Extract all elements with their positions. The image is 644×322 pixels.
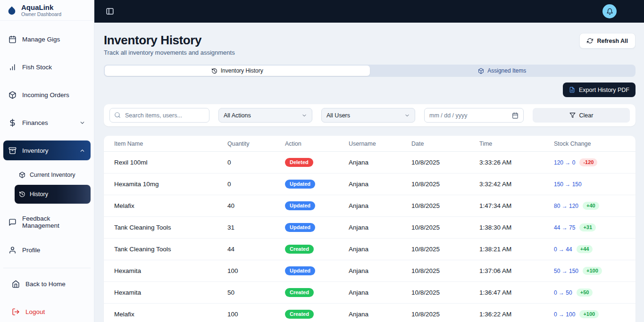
username-cell: Anjana — [349, 181, 411, 188]
column-header: Action — [285, 140, 349, 147]
column-header: Stock Change — [554, 140, 626, 147]
stock-change-cell: 0 → 100+100 — [554, 310, 626, 318]
sidebar-item-feedback-management[interactable]: Feedback Management — [3, 212, 91, 232]
username-cell: Anjana — [349, 246, 411, 253]
table-row: Tank Cleaning Tools 31 Updated Anjana 10… — [104, 217, 636, 239]
notifications-button[interactable] — [602, 4, 617, 18]
date-cell: 10/8/2025 — [411, 224, 479, 231]
box-icon — [19, 172, 25, 178]
sidebar-item-label: Inventory — [22, 147, 74, 154]
user-filter-select[interactable]: All Users — [321, 108, 415, 123]
search-box — [109, 108, 209, 123]
stock-change-cell: 44 → 75+31 — [554, 223, 626, 231]
chat-icon — [8, 218, 17, 226]
time-cell: 1:36:22 AM — [479, 311, 554, 318]
action-cell: Updated — [285, 223, 349, 232]
item-name-cell: Hexamita — [114, 267, 227, 274]
stock-delta-badge: +40 — [583, 202, 599, 210]
sidebar-item-fish-stock[interactable]: Fish Stock — [3, 57, 91, 77]
app-name: AquaLink — [21, 3, 61, 11]
sidebar-item-inventory[interactable]: Inventory — [3, 140, 91, 160]
stock-change-cell: 80 → 120+40 — [554, 202, 626, 210]
time-cell: 3:32:42 AM — [479, 181, 554, 188]
quantity-cell: 31 — [227, 224, 285, 231]
page-title: Inventory History — [104, 33, 235, 47]
logout-icon — [12, 308, 20, 316]
action-filter-select[interactable]: All Actions — [218, 108, 312, 123]
stock-delta-badge: +50 — [577, 289, 593, 297]
export-history-pdf-button[interactable]: Export History PDF — [563, 83, 636, 97]
stock-change-text: 80 → 120 — [554, 203, 578, 209]
sidebar-toggle-icon[interactable] — [106, 7, 114, 16]
history-icon — [211, 68, 217, 74]
brand: AquaLink Owner Dashboard — [0, 0, 94, 21]
stock-change-cell: 50 → 150+100 — [554, 267, 626, 275]
tab-bar: Inventory History Assigned Items — [104, 65, 636, 77]
sidebar-item-finances[interactable]: Finances — [3, 113, 91, 132]
tab-label: Inventory History — [221, 67, 263, 74]
quantity-cell: 100 — [227, 311, 285, 318]
quantity-cell: 50 — [227, 289, 285, 296]
sidebar: AquaLink Owner Dashboard Manage Gigs Fis… — [0, 0, 94, 322]
table-row: Hexamita 50 Created Anjana 10/8/2025 1:3… — [104, 282, 636, 304]
column-header: Item Name — [114, 140, 227, 147]
clear-filters-button[interactable]: Clear — [533, 108, 630, 123]
inventory-submenu: Current Inventory History — [3, 167, 91, 206]
archive-icon — [8, 147, 17, 155]
time-cell: 1:47:34 AM — [479, 202, 554, 209]
refresh-label: Refresh All — [597, 38, 628, 44]
sidebar-item-label: Fish Stock — [22, 64, 85, 71]
sidebar-subitem-history[interactable]: History — [15, 185, 91, 204]
history-icon — [19, 191, 25, 198]
sidebar-item-label: Feedback Management — [22, 215, 85, 229]
sidebar-item-logout[interactable]: Logout — [7, 302, 87, 322]
date-cell: 10/8/2025 — [411, 181, 479, 188]
stock-change-text: 0 → 44 — [554, 246, 572, 253]
search-input[interactable] — [109, 108, 209, 123]
stock-delta-badge: +31 — [579, 223, 596, 231]
stock-change-cell: 0 → 44+44 — [554, 245, 626, 253]
sidebar-item-back-to-home[interactable]: Back to Home — [7, 274, 87, 294]
history-table: Item Name Quantity Action Username Date … — [104, 136, 636, 322]
table-row: Melafix 100 Created Anjana 10/8/2025 1:3… — [104, 304, 636, 322]
item-name-cell: Tank Cleaning Tools — [114, 224, 227, 231]
stock-change-cell: 0 → 50+50 — [554, 289, 626, 297]
sidebar-item-label: Incoming Orders — [22, 91, 85, 99]
action-cell: Updated — [285, 180, 349, 189]
sidebar-subitem-current-inventory[interactable]: Current Inventory — [15, 167, 91, 183]
table-row: Hexamita 10mg 0 Updated Anjana 10/8/2025… — [104, 173, 636, 195]
item-name-cell: Melafix — [114, 202, 227, 209]
sidebar-item-label: Profile — [22, 247, 85, 254]
chevron-up-icon — [79, 148, 85, 154]
calendar-icon — [512, 112, 519, 119]
search-icon — [114, 112, 121, 118]
stock-change-text: 0 → 50 — [554, 289, 572, 296]
date-input[interactable]: mm / dd / yyyy — [424, 108, 524, 123]
tab-inventory-history[interactable]: Inventory History — [105, 66, 370, 76]
sidebar-item-label: Finances — [22, 119, 74, 126]
stock-change-text: 44 → 75 — [554, 224, 575, 231]
refresh-all-button[interactable]: Refresh All — [579, 33, 636, 49]
tab-assigned-items[interactable]: Assigned Items — [370, 66, 635, 76]
quantity-cell: 40 — [227, 202, 285, 209]
time-cell: 1:37:06 AM — [479, 267, 554, 274]
sidebar-item-incoming-orders[interactable]: Incoming Orders — [3, 85, 91, 105]
action-cell: Created — [285, 245, 349, 254]
quantity-cell: 44 — [227, 246, 285, 253]
chevron-down-icon — [301, 113, 307, 118]
sidebar-item-manage-gigs[interactable]: Manage Gigs — [3, 29, 91, 49]
date-cell: 10/8/2025 — [411, 202, 479, 209]
stock-change-cell: 150 → 150 — [554, 181, 626, 188]
chevron-down-icon — [404, 113, 410, 118]
action-cell: Created — [285, 288, 349, 297]
username-cell: Anjana — [349, 202, 411, 209]
export-label: Export History PDF — [579, 87, 629, 93]
item-name-cell: Hexamita — [114, 289, 227, 296]
clear-label: Clear — [579, 112, 594, 119]
stock-delta-badge: +44 — [577, 245, 593, 253]
column-header: Time — [479, 140, 554, 147]
date-cell: 10/8/2025 — [411, 246, 479, 253]
table-header-row: Item Name Quantity Action Username Date … — [104, 136, 636, 152]
item-name-cell: Melafix — [114, 311, 227, 318]
sidebar-item-profile[interactable]: Profile — [3, 240, 91, 260]
